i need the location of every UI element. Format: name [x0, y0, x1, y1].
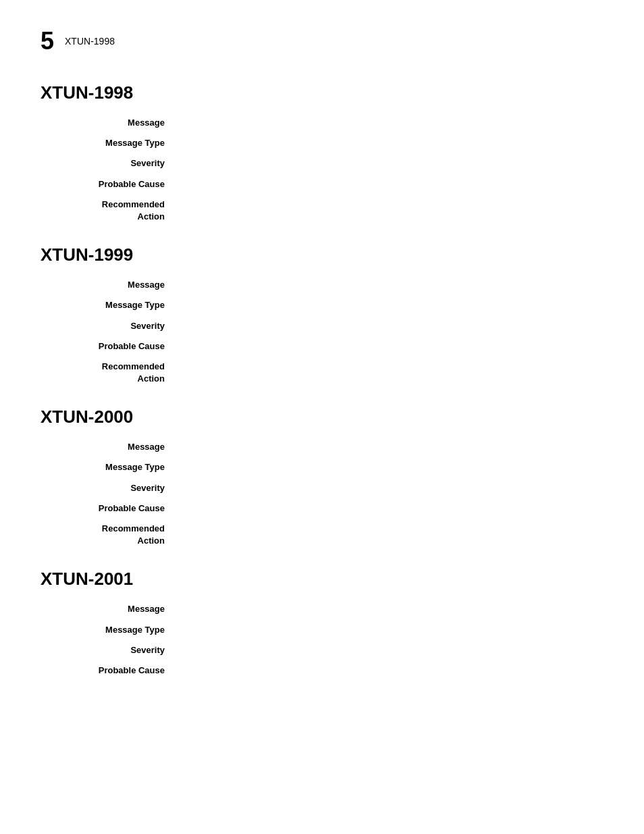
page-number: 5 — [41, 27, 54, 55]
entry-xtun-1998-field-row-1: Message Type — [41, 137, 603, 149]
entry-xtun-1998-field-label-4: Recommended Action — [41, 199, 176, 223]
entry-xtun-1999-field-label-3: Probable Cause — [41, 340, 176, 353]
entry-xtun-1999-field-value-2 — [176, 320, 603, 332]
entry-xtun-1998-field-row-2: Severity — [41, 157, 603, 170]
entry-xtun-2001-field-label-1: Message Type — [41, 624, 176, 636]
entry-xtun-1999-field-label-1: Message Type — [41, 299, 176, 311]
entry-xtun-2001-field-row-2: Severity — [41, 644, 603, 656]
entry-xtun-2001-field-label-3: Probable Cause — [41, 664, 176, 677]
entry-xtun-1998-field-value-3 — [176, 178, 603, 190]
entry-xtun-1999-field-row-3: Probable Cause — [41, 340, 603, 353]
entry-xtun-2000-field-label-0: Message — [41, 441, 176, 453]
entry-xtun-2000-field-value-0 — [176, 441, 603, 453]
entry-xtun-2000-field-row-4: Recommended Action — [41, 523, 603, 547]
entry-xtun-2000-field-row-2: Severity — [41, 482, 603, 494]
entry-xtun-1999-field-value-4 — [176, 361, 603, 385]
entry-xtun-1998-field-row-4: Recommended Action — [41, 199, 603, 223]
entry-xtun-1998-field-value-4 — [176, 199, 603, 223]
entry-xtun-1999-field-value-0 — [176, 279, 603, 291]
entry-xtun-2001-field-value-0 — [176, 603, 603, 615]
entry-xtun-1999-field-row-2: Severity — [41, 320, 603, 332]
entry-xtun-1998-title: XTUN-1998 — [41, 82, 603, 103]
entry-xtun-1999-field-label-0: Message — [41, 279, 176, 291]
entry-xtun-2000-field-value-4 — [176, 523, 603, 547]
entry-xtun-2000: XTUN-2000MessageMessage TypeSeverityProb… — [41, 407, 603, 547]
entry-xtun-2000-field-row-3: Probable Cause — [41, 502, 603, 515]
entry-xtun-1998-field-label-2: Severity — [41, 157, 176, 170]
entry-xtun-1998-field-value-2 — [176, 157, 603, 170]
entries-container: XTUN-1998MessageMessage TypeSeverityProb… — [41, 82, 603, 677]
entry-xtun-1998: XTUN-1998MessageMessage TypeSeverityProb… — [41, 82, 603, 223]
entry-xtun-1998-field-row-0: Message — [41, 117, 603, 129]
entry-xtun-2000-field-label-3: Probable Cause — [41, 502, 176, 515]
entry-xtun-2000-title: XTUN-2000 — [41, 407, 603, 427]
entry-xtun-1998-field-value-1 — [176, 137, 603, 149]
entry-xtun-2000-field-row-1: Message Type — [41, 461, 603, 473]
entry-xtun-2001-field-label-0: Message — [41, 603, 176, 615]
entry-xtun-1999-field-label-2: Severity — [41, 320, 176, 332]
entry-xtun-2001-field-value-2 — [176, 644, 603, 656]
entry-xtun-2000-field-label-2: Severity — [41, 482, 176, 494]
entry-xtun-1999-title: XTUN-1999 — [41, 244, 603, 265]
entry-xtun-2001-title: XTUN-2001 — [41, 569, 603, 590]
page-title-header: XTUN-1998 — [65, 36, 115, 47]
entry-xtun-1999-field-value-1 — [176, 299, 603, 311]
entry-xtun-1998-field-value-0 — [176, 117, 603, 129]
page-header: 5 XTUN-1998 — [41, 27, 603, 55]
entry-xtun-2001-field-value-3 — [176, 664, 603, 677]
entry-xtun-1999: XTUN-1999MessageMessage TypeSeverityProb… — [41, 244, 603, 385]
entry-xtun-2001-field-row-0: Message — [41, 603, 603, 615]
entry-xtun-1998-field-label-0: Message — [41, 117, 176, 129]
entry-xtun-2000-field-value-2 — [176, 482, 603, 494]
entry-xtun-1998-field-label-3: Probable Cause — [41, 178, 176, 190]
entry-xtun-1999-field-row-1: Message Type — [41, 299, 603, 311]
entry-xtun-1999-field-label-4: Recommended Action — [41, 361, 176, 385]
entry-xtun-2001-field-value-1 — [176, 624, 603, 636]
entry-xtun-2000-field-row-0: Message — [41, 441, 603, 453]
entry-xtun-1999-field-row-4: Recommended Action — [41, 361, 603, 385]
entry-xtun-2001: XTUN-2001MessageMessage TypeSeverityProb… — [41, 569, 603, 677]
entry-xtun-2001-field-label-2: Severity — [41, 644, 176, 656]
entry-xtun-2000-field-label-4: Recommended Action — [41, 523, 176, 547]
entry-xtun-2001-field-row-3: Probable Cause — [41, 664, 603, 677]
entry-xtun-1998-field-label-1: Message Type — [41, 137, 176, 149]
entry-xtun-2000-field-value-1 — [176, 461, 603, 473]
entry-xtun-2000-field-value-3 — [176, 502, 603, 515]
entry-xtun-1999-field-value-3 — [176, 340, 603, 353]
entry-xtun-1999-field-row-0: Message — [41, 279, 603, 291]
entry-xtun-2000-field-label-1: Message Type — [41, 461, 176, 473]
entry-xtun-1998-field-row-3: Probable Cause — [41, 178, 603, 190]
entry-xtun-2001-field-row-1: Message Type — [41, 624, 603, 636]
